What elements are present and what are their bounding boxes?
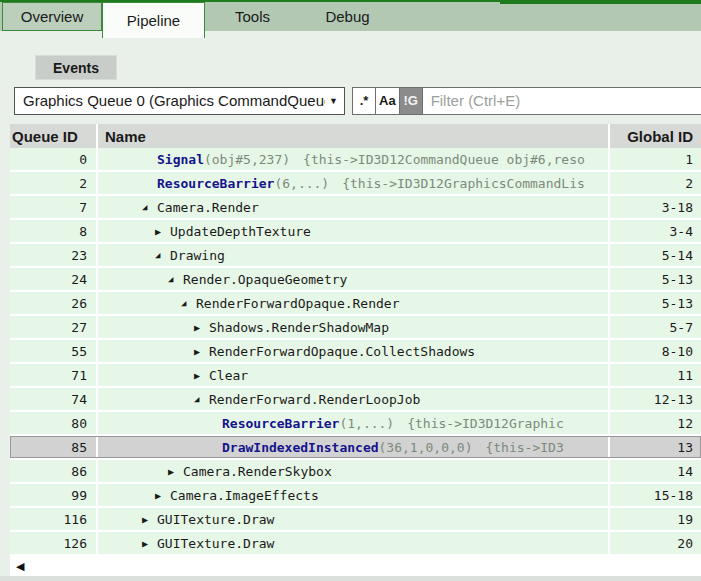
queue-dropdown[interactable]: Graphics Queue 0 (Graphics CommandQueue)… <box>14 87 345 115</box>
event-queue-id: 8 <box>10 220 96 242</box>
collapse-icon[interactable]: ▶ <box>194 346 209 357</box>
events-toolbar: Graphics Queue 0 (Graphics CommandQueue)… <box>10 86 701 115</box>
event-queue-id: 27 <box>10 316 96 338</box>
event-global-id: 1 <box>610 148 701 170</box>
expand-icon[interactable]: ◢ <box>194 394 209 404</box>
event-label: Shadows.RenderShadowMap <box>209 320 389 335</box>
event-name: DrawIndexedInstanced(36,1,0,0,0){this->I… <box>98 436 608 458</box>
regex-filter-button[interactable]: .* <box>352 87 376 115</box>
tab-overview[interactable]: Overview <box>2 2 102 31</box>
queue-dropdown-value: Graphics Queue 0 (Graphics CommandQueue) <box>23 92 325 109</box>
expand-icon[interactable]: ◢ <box>181 298 196 308</box>
event-function-name: ResourceBarrier <box>222 416 339 431</box>
collapse-icon[interactable]: ▶ <box>155 490 170 501</box>
tab-tools[interactable]: Tools <box>205 2 300 31</box>
event-global-id: 20 <box>610 532 701 554</box>
expand-icon[interactable]: ◢ <box>155 250 170 260</box>
tab-tools-label: Tools <box>235 8 270 25</box>
event-row[interactable]: 26 ◢RenderForwardOpaque.Render 5-13 <box>10 292 701 314</box>
literal-match-button[interactable]: !G <box>399 87 423 115</box>
event-label: Drawing <box>170 248 225 263</box>
scroll-left-icon[interactable]: ◀ <box>16 560 24 573</box>
event-queue-id: 26 <box>10 292 96 314</box>
accent-strip <box>500 0 701 4</box>
event-global-id: 5-13 <box>610 268 701 290</box>
event-queue-id: 86 <box>10 460 96 482</box>
column-header-name[interactable]: Name <box>98 124 608 148</box>
event-queue-id: 0 <box>10 148 96 170</box>
events-panel-tab[interactable]: Events <box>35 55 117 80</box>
main-tab-bar: Overview Pipeline Tools Debug <box>0 0 701 31</box>
event-name: ▶Clear <box>98 364 608 386</box>
event-row[interactable]: 27 ▶Shadows.RenderShadowMap 5-7 <box>10 316 701 338</box>
event-global-id: 12 <box>610 412 701 434</box>
event-name: ▶RenderForwardOpaque.CollectShadows <box>98 340 608 362</box>
tab-overview-label: Overview <box>21 8 84 25</box>
event-row[interactable]: 126 ▶GUITexture.Draw 20 <box>10 532 701 554</box>
column-header-queue-id[interactable]: Queue ID <box>10 124 96 148</box>
event-function-name: ResourceBarrier <box>157 176 274 191</box>
event-row[interactable]: 80 ResourceBarrier(1,...){this->ID3D12Gr… <box>10 412 701 434</box>
column-header-global-id[interactable]: Global ID <box>610 124 701 148</box>
event-label: RenderForward.RenderLoopJob <box>209 392 420 407</box>
event-name: ResourceBarrier(1,...){this->ID3D12Graph… <box>98 412 608 434</box>
event-queue-id: 126 <box>10 532 96 554</box>
event-name: ◢Drawing <box>98 244 608 266</box>
event-row[interactable]: 116 ▶GUITexture.Draw 19 <box>10 508 701 530</box>
events-panel-tab-label: Events <box>53 60 99 76</box>
events-table-body: 0 Signal(obj#5,237){this->ID3D12CommandQ… <box>10 148 701 554</box>
event-function-params: (36,1,0,0,0) <box>379 440 473 455</box>
event-row[interactable]: 23 ◢Drawing 5-14 <box>10 244 701 266</box>
event-name: ▶Shadows.RenderShadowMap <box>98 316 608 338</box>
event-global-id: 5-13 <box>610 292 701 314</box>
tab-debug[interactable]: Debug <box>300 2 395 31</box>
event-queue-id: 7 <box>10 196 96 218</box>
event-function-params: (6,...) <box>274 176 329 191</box>
collapse-icon[interactable]: ▶ <box>142 514 157 525</box>
event-global-id: 12-13 <box>610 388 701 410</box>
window-bottom-edge <box>0 576 701 581</box>
event-global-id: 13 <box>610 436 701 458</box>
event-queue-id: 116 <box>10 508 96 530</box>
event-row[interactable]: 0 Signal(obj#5,237){this->ID3D12CommandQ… <box>10 148 701 170</box>
collapse-icon[interactable]: ▶ <box>155 226 170 237</box>
expand-icon[interactable]: ◢ <box>142 202 157 212</box>
event-queue-id: 23 <box>10 244 96 266</box>
event-label: Camera.ImageEffects <box>170 488 319 503</box>
event-row[interactable]: 74 ◢RenderForward.RenderLoopJob 12-13 <box>10 388 701 410</box>
event-global-id: 14 <box>610 460 701 482</box>
horizontal-scrollbar[interactable]: ◀ <box>10 556 701 577</box>
event-this-pointer: {this->ID3 <box>485 440 563 455</box>
event-row[interactable]: 24 ◢Render.OpaqueGeometry 5-13 <box>10 268 701 290</box>
event-queue-id: 24 <box>10 268 96 290</box>
filter-input[interactable] <box>422 87 701 115</box>
event-row[interactable]: 99 ▶Camera.ImageEffects 15-18 <box>10 484 701 506</box>
event-label: Render.OpaqueGeometry <box>183 272 347 287</box>
event-row[interactable]: 55 ▶RenderForwardOpaque.CollectShadows 8… <box>10 340 701 362</box>
event-row[interactable]: 2 ResourceBarrier(6,...){this->ID3D12Gra… <box>10 172 701 194</box>
event-name: ResourceBarrier(6,...){this->ID3D12Graph… <box>98 172 608 194</box>
event-row[interactable]: 85 DrawIndexedInstanced(36,1,0,0,0){this… <box>10 436 701 458</box>
event-label: RenderForwardOpaque.Render <box>196 296 400 311</box>
collapse-icon[interactable]: ▶ <box>194 370 209 381</box>
event-label: GUITexture.Draw <box>157 512 274 527</box>
event-row[interactable]: 8 ▶UpdateDepthTexture 3-4 <box>10 220 701 242</box>
event-name: ▶Camera.RenderSkybox <box>98 460 608 482</box>
match-case-button[interactable]: Aa <box>375 87 400 115</box>
tab-pipeline[interactable]: Pipeline <box>102 2 205 38</box>
event-name: ◢Render.OpaqueGeometry <box>98 268 608 290</box>
event-name: Signal(obj#5,237){this->ID3D12CommandQue… <box>98 148 608 170</box>
event-queue-id: 74 <box>10 388 96 410</box>
event-name: ◢RenderForward.RenderLoopJob <box>98 388 608 410</box>
event-row[interactable]: 71 ▶Clear 11 <box>10 364 701 386</box>
events-table-header: Queue ID Name Global ID <box>10 124 701 148</box>
events-panel: Events Graphics Queue 0 (Graphics Comman… <box>10 50 701 576</box>
event-row[interactable]: 7 ◢Camera.Render 3-18 <box>10 196 701 218</box>
event-row[interactable]: 86 ▶Camera.RenderSkybox 14 <box>10 460 701 482</box>
expand-icon[interactable]: ◢ <box>168 274 183 284</box>
collapse-icon[interactable]: ▶ <box>194 322 209 333</box>
event-global-id: 5-14 <box>610 244 701 266</box>
event-name: ▶GUITexture.Draw <box>98 508 608 530</box>
collapse-icon[interactable]: ▶ <box>168 466 183 477</box>
collapse-icon[interactable]: ▶ <box>142 538 157 549</box>
